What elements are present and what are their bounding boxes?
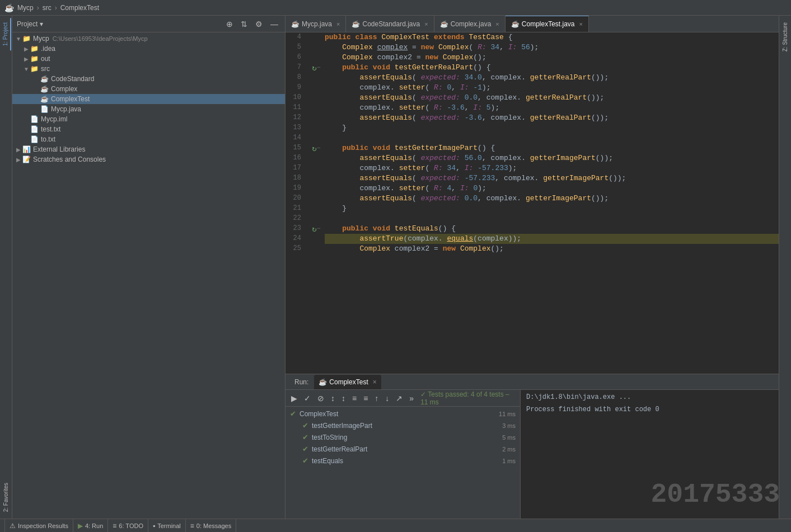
test-results-panel: ▶ ✓ ⊘ ↕ ↕ ≡ ≡ ↑ ↓ ↗ » ✓ Tests passed: 4 … xyxy=(285,390,521,519)
tree-item-idea[interactable]: ▶ 📁 .idea xyxy=(12,44,285,54)
tab-label-mycp-java: Mycp.java xyxy=(302,20,332,28)
file-icon-mycp-java: 📄 xyxy=(40,105,49,113)
tree-item-test-txt[interactable]: ▶ 📄 test.txt xyxy=(12,124,285,134)
code-line-7: 7 ↻ − public void testGetterRealPart() { xyxy=(285,63,779,73)
test-suite-header[interactable]: ✔ ComplexTest 11 ms xyxy=(285,408,520,420)
tree-item-to-txt[interactable]: ▶ 📄 to.txt xyxy=(12,134,285,144)
next-button[interactable]: ↓ xyxy=(383,393,391,404)
tree-item-out[interactable]: ▶ 📁 out xyxy=(12,54,285,64)
project-action-locate[interactable]: ⊕ xyxy=(224,18,235,30)
tab-mycp-java[interactable]: ☕ Mycp.java × xyxy=(285,16,346,32)
code-line-4: 4 public class ComplexTest extends TestC… xyxy=(285,32,779,43)
test-case-equals[interactable]: ✔ testEquals 1 ms xyxy=(285,455,520,467)
test-status: ✓ Tests passed: 4 of 4 tests – 11 ms xyxy=(420,390,517,406)
tree-label-to-txt: to.txt xyxy=(41,135,55,143)
java-icon-codestandard: ☕ xyxy=(40,75,49,83)
tab-close-complex[interactable]: × xyxy=(495,21,499,27)
prev-button[interactable]: ↑ xyxy=(372,393,381,404)
project-action-settings[interactable]: ⚙ xyxy=(253,18,265,30)
file-icon-mycp-iml: 📄 xyxy=(30,115,39,123)
tab-icon-complex: ☕ xyxy=(440,20,448,28)
code-line-8: 8 assertEquals( expected: 34.0, complex.… xyxy=(285,73,779,83)
test-case-getterRealPart[interactable]: ✔ testGetterRealPart 2 ms xyxy=(285,443,520,455)
sort-duration-button[interactable]: ↕ xyxy=(339,393,348,404)
status-messages[interactable]: ≡ 0: Messages xyxy=(186,519,236,533)
test-case-toString[interactable]: ✔ testToString 5 ms xyxy=(285,431,520,443)
editor-area: ☕ Mycp.java × ☕ CodeStandard.java × ☕ Co… xyxy=(285,16,779,519)
code-line-19: 19 complex. setter( R: 4, I: 0); xyxy=(285,183,779,194)
tree-item-codestandard[interactable]: ▶ ☕ CodeStandard xyxy=(12,74,285,84)
output-result: Process finished with exit code 0 xyxy=(526,406,773,413)
status-terminal[interactable]: ▪ Terminal xyxy=(148,519,186,533)
run-gutter-7[interactable]: ↻ xyxy=(312,63,316,73)
tree-item-scratches[interactable]: ▶ 📝 Scratches and Consoles xyxy=(12,154,285,164)
tree-item-ext-libs[interactable]: ▶ 📊 External Libraries xyxy=(12,144,285,154)
collapse-button[interactable]: ≡ xyxy=(350,393,359,404)
fold-gutter-23[interactable]: − xyxy=(317,225,321,233)
run-gutter-15[interactable]: ↻ xyxy=(312,144,316,153)
code-line-10: 10 assertEquals( expected: 0.0, complex.… xyxy=(285,93,779,103)
tab-close-codestandard[interactable]: × xyxy=(424,21,428,27)
tree-label-ext-libs: External Libraries xyxy=(33,145,85,153)
status-inspection[interactable]: ⚠ Inspection Results xyxy=(4,519,73,533)
right-edge: Z: Structure xyxy=(779,16,791,519)
case-time-1: 3 ms xyxy=(502,422,516,429)
tree-item-mycp-iml[interactable]: ▶ 📄 Mycp.iml xyxy=(12,114,285,124)
messages-icon: ≡ xyxy=(190,522,194,530)
run-gutter-23[interactable]: ↻ xyxy=(312,224,316,234)
status-run[interactable]: ▶ 4: Run xyxy=(73,519,108,533)
arrow-ext-libs: ▶ xyxy=(15,147,22,153)
code-line-11: 11 complex. setter( R: -3.6, I: 5); xyxy=(285,103,779,113)
code-line-14: 14 xyxy=(285,133,779,143)
tab-run-complextest[interactable]: ☕ ComplexTest × xyxy=(314,375,381,389)
tab-label-complex: Complex.java xyxy=(451,20,492,28)
status-todo[interactable]: ≡ 6: TODO xyxy=(108,519,148,533)
arrow-mycp: ▼ xyxy=(15,36,22,42)
bottom-panel: Run: ☕ ComplexTest × ▶ ✓ ⊘ ↕ ↕ ≡ xyxy=(285,374,779,519)
tab-close-mycp-java[interactable]: × xyxy=(336,21,340,27)
rerun-failed-button[interactable]: ✓ xyxy=(302,393,313,404)
extlib-icon: 📊 xyxy=(22,145,31,153)
case-pass-icon-3: ✔ xyxy=(302,445,308,453)
title-src: src xyxy=(43,4,52,12)
more-button[interactable]: » xyxy=(407,393,416,404)
tree-item-mycp[interactable]: ▼ 📁 Mycp C:\Users\16953\IdeaProjects\Myc… xyxy=(12,34,285,44)
folder-icon-src: 📁 xyxy=(30,65,39,73)
code-line-24: 24 assertTrue(complex. equals(complex)); xyxy=(285,234,779,244)
arrow-out: ▶ xyxy=(22,56,30,62)
fold-gutter-7[interactable]: − xyxy=(317,64,321,72)
project-panel-title: Project ▾ xyxy=(17,20,224,28)
fold-gutter-15[interactable]: − xyxy=(317,144,321,152)
run-tab-close[interactable]: × xyxy=(373,378,377,386)
case-name-3: testGetterRealPart xyxy=(312,445,367,453)
stop-button[interactable]: ⊘ xyxy=(315,393,326,404)
project-action-sort[interactable]: ⇅ xyxy=(238,18,250,30)
case-pass-icon-4: ✔ xyxy=(302,456,308,465)
tree-label-complextest: ComplexTest xyxy=(51,95,90,103)
sort-alpha-button[interactable]: ↕ xyxy=(329,393,337,404)
run-tests-button[interactable]: ▶ xyxy=(289,393,299,404)
suite-pass-icon: ✔ xyxy=(290,409,296,418)
code-editor[interactable]: 4 public class ComplexTest extends TestC… xyxy=(285,32,779,374)
case-time-3: 2 ms xyxy=(502,446,516,453)
sidebar-item-favorites[interactable]: 2: Favorites xyxy=(1,478,11,516)
tree-item-src[interactable]: ▼ 📁 src xyxy=(12,64,285,74)
tree-item-complex[interactable]: ▶ ☕ Complex xyxy=(12,84,285,94)
export-button[interactable]: ↗ xyxy=(394,393,405,404)
expand-button[interactable]: ≡ xyxy=(361,393,370,404)
run-tab-label: ComplexTest xyxy=(329,378,368,386)
tree-item-complextest[interactable]: ▶ ☕ ComplexTest xyxy=(12,94,285,104)
scratches-icon: 📝 xyxy=(22,156,31,163)
sidebar-item-structure[interactable]: Z: Structure xyxy=(780,18,790,56)
project-action-minimize[interactable]: — xyxy=(268,18,280,30)
arrow-src: ▼ xyxy=(22,66,30,72)
tab-complex[interactable]: ☕ Complex.java × xyxy=(434,16,506,32)
tab-close-complextest[interactable]: × xyxy=(579,21,583,27)
test-case-getterImagePart[interactable]: ✔ testGetterImagePart 3 ms xyxy=(285,420,520,431)
sidebar-item-project[interactable]: 1: Project xyxy=(1,18,11,50)
tab-codestandard[interactable]: ☕ CodeStandard.java × xyxy=(346,16,434,32)
title-project: Mycp xyxy=(17,4,34,12)
tree-item-mycp-java[interactable]: ▶ 📄 Mycp.java xyxy=(12,104,285,114)
tab-complextest[interactable]: ☕ ComplexTest.java × xyxy=(506,16,589,32)
case-name-4: testEquals xyxy=(312,457,343,465)
